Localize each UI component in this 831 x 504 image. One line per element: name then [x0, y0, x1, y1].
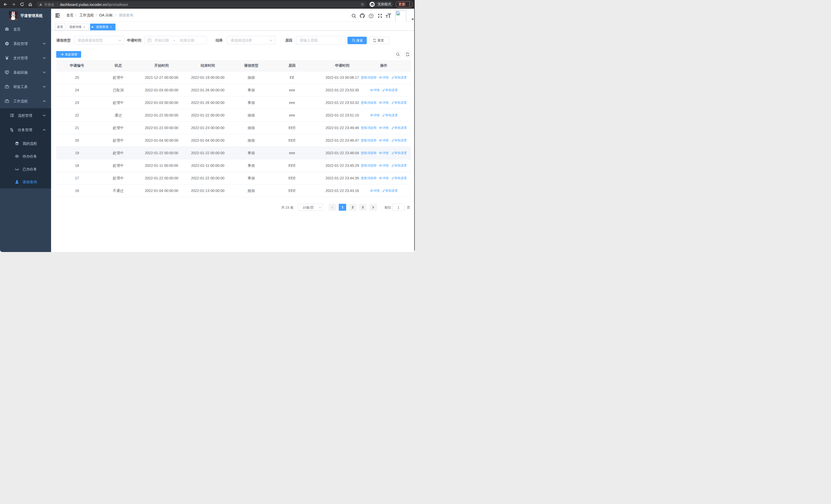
svg-text:?: ?: [370, 14, 372, 17]
